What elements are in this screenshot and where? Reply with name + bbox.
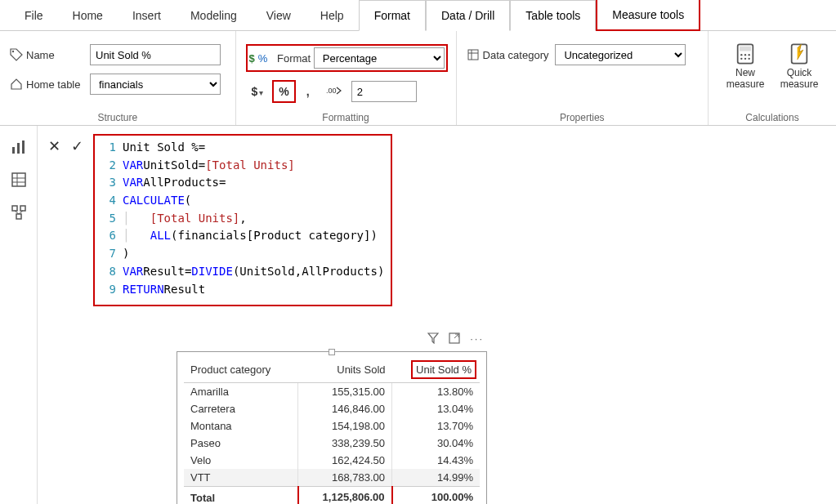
svg-rect-23 bbox=[16, 214, 21, 219]
svg-point-7 bbox=[740, 54, 742, 56]
group-label-formatting: Formatting bbox=[246, 109, 446, 123]
group-calculations: New measure Quick measure Calculations bbox=[709, 31, 836, 125]
decimal-shift-button[interactable]: .00 bbox=[320, 81, 348, 103]
group-label-properties: Properties bbox=[467, 109, 698, 123]
tab-insert[interactable]: Insert bbox=[118, 1, 176, 30]
name-label: Name bbox=[10, 48, 83, 61]
table-row[interactable]: Paseo338,239.5030.04% bbox=[184, 435, 480, 452]
filter-icon[interactable] bbox=[427, 332, 439, 346]
table-row[interactable]: Amarilla155,315.0013.80% bbox=[184, 383, 480, 401]
format-label: $% Format bbox=[249, 52, 311, 65]
svg-rect-2 bbox=[468, 50, 478, 60]
col-pct[interactable]: Unit Sold % bbox=[392, 357, 481, 383]
report-view-icon[interactable] bbox=[11, 139, 27, 155]
svg-point-8 bbox=[744, 54, 746, 56]
home-table-select[interactable]: financials bbox=[90, 74, 221, 95]
table-total-row: Total 1,125,806.00 100.00% bbox=[184, 487, 480, 504]
tab-measure-tools[interactable]: Measure tools bbox=[596, 0, 700, 31]
workspace: ✕ ✓ 1Unit Sold % = 2VAR UnitSold = [Tota… bbox=[0, 126, 836, 504]
quick-measure-button[interactable]: Quick measure bbox=[777, 42, 821, 91]
commit-formula-button[interactable]: ✓ bbox=[69, 137, 85, 155]
tab-home[interactable]: Home bbox=[58, 1, 118, 30]
col-units[interactable]: Units Sold bbox=[298, 357, 392, 383]
svg-text:.00: .00 bbox=[326, 87, 337, 95]
table-row[interactable]: Velo162,424.5014.43% bbox=[184, 452, 480, 469]
tab-data-drill[interactable]: Data / Drill bbox=[426, 0, 510, 31]
percent-button[interactable]: % bbox=[272, 80, 295, 103]
table-visual-container: ··· Product category Units Sold Unit Sol… bbox=[177, 331, 487, 504]
svg-rect-15 bbox=[17, 143, 20, 154]
col-category[interactable]: Product category bbox=[184, 357, 298, 383]
tab-help[interactable]: Help bbox=[306, 1, 359, 30]
group-structure: Name Home table financials Structure bbox=[0, 31, 236, 125]
group-label-structure: Structure bbox=[10, 109, 226, 123]
svg-point-9 bbox=[749, 54, 750, 56]
quick-calc-icon bbox=[788, 42, 811, 65]
svg-rect-14 bbox=[12, 147, 15, 154]
tab-file[interactable]: File bbox=[10, 1, 58, 30]
group-label-calculations: Calculations bbox=[718, 109, 826, 123]
data-category-label: Data category bbox=[467, 48, 549, 61]
currency-button[interactable]: $▾ bbox=[246, 81, 270, 102]
tag-icon bbox=[10, 48, 23, 61]
data-category-select[interactable]: Uncategorized bbox=[555, 44, 686, 65]
model-view-icon[interactable] bbox=[11, 204, 27, 221]
more-options-icon[interactable]: ··· bbox=[470, 332, 484, 346]
format-select[interactable]: Percentage bbox=[314, 47, 445, 69]
tab-table-tools[interactable]: Table tools bbox=[510, 0, 596, 31]
tab-view[interactable]: View bbox=[252, 1, 306, 30]
name-input[interactable] bbox=[90, 44, 221, 65]
decimals-input[interactable] bbox=[351, 81, 417, 102]
tab-modeling[interactable]: Modeling bbox=[176, 1, 252, 30]
category-icon bbox=[467, 48, 480, 61]
group-formatting: $% Format Percentage $▾ % , .00 Formatti… bbox=[236, 31, 457, 125]
table-row[interactable]: Carretera146,846.0013.04% bbox=[184, 400, 480, 417]
ribbon-tabs: File Home Insert Modeling View Help Form… bbox=[0, 0, 836, 31]
table-visual[interactable]: Product category Units Sold Unit Sold % … bbox=[177, 351, 487, 504]
group-properties: Data category Uncategorized Properties bbox=[457, 31, 709, 125]
view-rail bbox=[0, 126, 38, 504]
svg-point-10 bbox=[740, 58, 742, 60]
svg-rect-22 bbox=[20, 206, 25, 211]
new-measure-button[interactable]: New measure bbox=[723, 42, 767, 91]
calculator-icon bbox=[734, 42, 757, 65]
table-row[interactable]: Montana154,198.0013.70% bbox=[184, 417, 480, 435]
table-row[interactable]: VTT168,783.0014.99% bbox=[184, 469, 480, 487]
ribbon-body: Name Home table financials Structure bbox=[0, 31, 836, 126]
svg-rect-6 bbox=[740, 47, 751, 51]
svg-rect-21 bbox=[12, 206, 17, 211]
focus-mode-icon[interactable] bbox=[449, 332, 460, 346]
decimal-icon: .00 bbox=[326, 85, 342, 96]
home-table-label: Home table bbox=[10, 78, 83, 91]
home-icon bbox=[10, 78, 23, 91]
comma-button[interactable]: , bbox=[299, 81, 317, 102]
svg-point-11 bbox=[744, 58, 746, 60]
svg-point-12 bbox=[749, 58, 750, 60]
svg-point-0 bbox=[12, 51, 14, 52]
formula-editor[interactable]: 1Unit Sold % = 2VAR UnitSold = [Total Un… bbox=[93, 134, 392, 306]
svg-rect-17 bbox=[12, 173, 25, 186]
tab-format[interactable]: Format bbox=[359, 0, 426, 31]
svg-rect-16 bbox=[22, 140, 25, 154]
formula-bar: ✕ ✓ 1Unit Sold % = 2VAR UnitSold = [Tota… bbox=[46, 134, 836, 306]
cancel-formula-button[interactable]: ✕ bbox=[46, 137, 62, 155]
data-view-icon[interactable] bbox=[11, 172, 27, 188]
